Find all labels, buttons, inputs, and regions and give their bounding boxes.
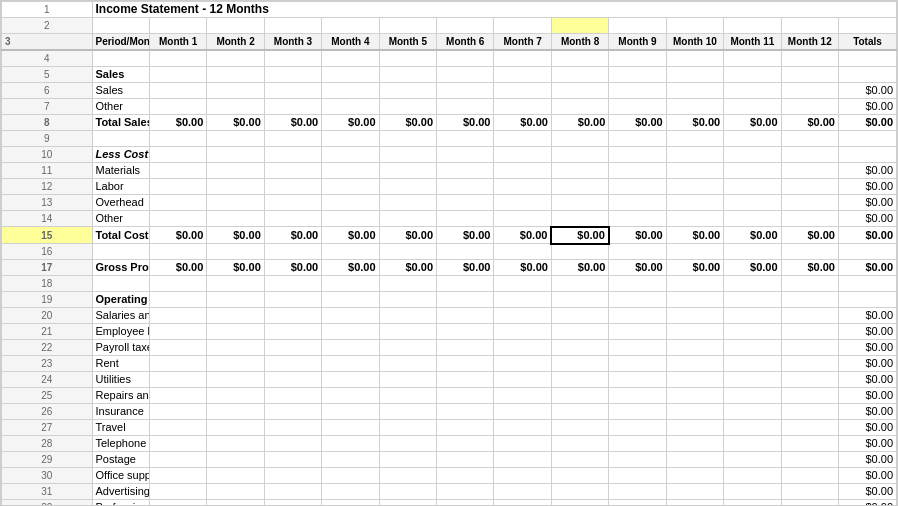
other-sales-label: Other: [92, 99, 149, 115]
col-month11: Month 11: [724, 34, 781, 51]
list-item: 31 Advertising/Marketing $0.00: [2, 484, 897, 500]
col-month9: Month 9: [609, 34, 666, 51]
period-label: Period/Month:: [92, 34, 149, 51]
other-sales-row: 7 Other $0.00: [2, 99, 897, 115]
list-item: 30 Office supplies $0.00: [2, 468, 897, 484]
op-item-1: Salaries and wages: [92, 308, 149, 324]
operating-header-row: 19 Operating Expenses: [2, 292, 897, 308]
total-sales-label: Total Sales: [92, 115, 149, 131]
op-item-12: Advertising/Marketing: [92, 484, 149, 500]
col-month10: Month 10: [666, 34, 723, 51]
blank-row-16: 16: [2, 244, 897, 260]
column-header-row: 3 Period/Month: Month 1 Month 2 Month 3 …: [2, 34, 897, 51]
labor-label: Labor: [92, 179, 149, 195]
list-item: 21 Employee benefits $0.00: [2, 324, 897, 340]
col-month6: Month 6: [437, 34, 494, 51]
other-sales-total: $0.00: [838, 99, 896, 115]
overhead-label: Overhead: [92, 195, 149, 211]
col-month1: Month 1: [149, 34, 206, 51]
total-cogs-m8-highlighted[interactable]: $0.00: [551, 227, 608, 244]
col-month2: Month 2: [207, 34, 264, 51]
materials-label: Materials: [92, 163, 149, 179]
list-item: 25 Repairs and maintenance $0.00: [2, 388, 897, 404]
blank-row-18: 18: [2, 276, 897, 292]
col-month5: Month 5: [379, 34, 436, 51]
row-num-1: 1: [2, 2, 93, 18]
op-item-10: Postage: [92, 452, 149, 468]
operating-header-label: Operating Expenses: [92, 292, 149, 308]
total-cogs-label: Total Cost of Goods Sold: [92, 227, 149, 244]
overhead-row: 13 Overhead $0.00: [2, 195, 897, 211]
blank-row-4: 4: [2, 50, 897, 67]
row-num-3: 3: [2, 34, 93, 51]
spreadsheet-title: Income Statement - 12 Months: [92, 2, 897, 18]
row-num-2: 2: [2, 18, 93, 34]
sales-section-header: 5 Sales: [2, 67, 897, 83]
spreadsheet: 1 Income Statement - 12 Months 2 3 Perio…: [0, 0, 898, 506]
op-item-4: Rent: [92, 356, 149, 372]
list-item: 24 Utilities $0.00: [2, 372, 897, 388]
col-month3: Month 3: [264, 34, 321, 51]
list-item: 22 Payroll taxes $0.00: [2, 340, 897, 356]
op-item-3: Payroll taxes: [92, 340, 149, 356]
list-item: 28 Telephone $0.00: [2, 436, 897, 452]
col-month7: Month 7: [494, 34, 551, 51]
op-item-11: Office supplies: [92, 468, 149, 484]
op-item-7: Insurance: [92, 404, 149, 420]
col-month12: Month 12: [781, 34, 838, 51]
list-item: 23 Rent $0.00: [2, 356, 897, 372]
blank-row-9: 9: [2, 131, 897, 147]
col-totals: Totals: [838, 34, 896, 51]
gross-profit-row: 17 Gross Profit $0.00 $0.00 $0.00 $0.00 …: [2, 260, 897, 276]
sales-total: $0.00: [838, 83, 896, 99]
sales-header-label: Sales: [92, 67, 149, 83]
materials-row: 11 Materials $0.00: [2, 163, 897, 179]
title-row: 1 Income Statement - 12 Months: [2, 2, 897, 18]
labor-row: 12 Labor $0.00: [2, 179, 897, 195]
op-item-2: Employee benefits: [92, 324, 149, 340]
cogs-section-header: 10 Less Cost of Goods Sold: [2, 147, 897, 163]
op-item-8: Travel: [92, 420, 149, 436]
col-month8: Month 8: [551, 34, 608, 51]
list-item: 20 Salaries and wages $0.00: [2, 308, 897, 324]
other-cogs-label: Other: [92, 211, 149, 227]
blank-row-2: 2: [2, 18, 897, 34]
cogs-header-label: Less Cost of Goods Sold: [92, 147, 149, 163]
list-item: 27 Travel $0.00: [2, 420, 897, 436]
list-item: 32 Professional fees $0.00: [2, 500, 897, 507]
gross-profit-label: Gross Profit: [92, 260, 149, 276]
total-sales-row: 8 Total Sales $0.00 $0.00 $0.00 $0.00 $0…: [2, 115, 897, 131]
sales-label: Sales: [92, 83, 149, 99]
total-cogs-row: 15 Total Cost of Goods Sold $0.00 $0.00 …: [2, 227, 897, 244]
sales-row: 6 Sales $0.00: [2, 83, 897, 99]
op-item-13: Professional fees: [92, 500, 149, 507]
op-item-5: Utilities: [92, 372, 149, 388]
op-item-9: Telephone: [92, 436, 149, 452]
col-month4: Month 4: [322, 34, 379, 51]
total-sales-m1: $0.00: [149, 115, 206, 131]
other-cogs-row: 14 Other $0.00: [2, 211, 897, 227]
list-item: 29 Postage $0.00: [2, 452, 897, 468]
op-item-6: Repairs and maintenance: [92, 388, 149, 404]
list-item: 26 Insurance $0.00: [2, 404, 897, 420]
